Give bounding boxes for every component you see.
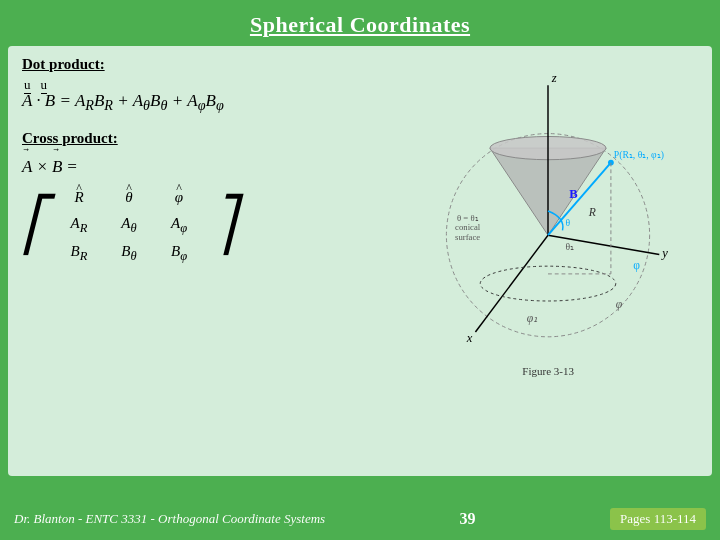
- footer-pages: Pages 113-114: [610, 508, 706, 530]
- svg-text:surface: surface: [455, 232, 480, 242]
- right-panel: z y x P(R₁, θ₁, φ₁) B R θ φ φ₁: [398, 56, 698, 468]
- u-bar-a: u: [24, 77, 31, 93]
- arrow-B: ⃗ B: [52, 157, 62, 177]
- svg-text:B: B: [569, 187, 578, 201]
- cross-product-label: Cross product:: [22, 130, 388, 147]
- svg-text:φ₁: φ₁: [527, 312, 538, 325]
- matrix-left-bracket: ⎡: [22, 199, 48, 251]
- cross-product-matrix: ⎡ R θ φ AR Aθ Aφ BR Bθ Bφ: [22, 181, 388, 269]
- svg-text:x: x: [466, 331, 473, 345]
- header: Spherical Coordinates: [0, 0, 720, 46]
- matrix-phi-hat: φ: [175, 189, 183, 206]
- svg-text:φ: φ: [633, 259, 640, 272]
- svg-text:θ: θ: [566, 217, 571, 228]
- matrix-Btheta: Bθ: [121, 243, 136, 264]
- cross-lhs-row: ⃗ A × ⃗ B =: [22, 157, 388, 177]
- cross-product-section: Cross product: ⃗ A × ⃗: [22, 130, 388, 269]
- matrix-theta-hat: θ: [125, 189, 132, 206]
- matrix-cells: R θ φ AR Aθ Aφ BR Bθ Bφ: [48, 181, 210, 269]
- footer: Dr. Blanton - ENTC 3331 - Orthogonal Coo…: [0, 498, 720, 540]
- footer-page-number: 39: [453, 510, 483, 528]
- svg-text:R: R: [588, 206, 596, 219]
- left-panel: Dot product: u u A · B = ARBR + AθBθ + A…: [22, 56, 398, 468]
- matrix-Atheta: Aθ: [121, 215, 136, 236]
- cross-product-formula-area: ⃗ A × ⃗ B = ⎡: [22, 157, 388, 269]
- svg-text:z: z: [551, 71, 557, 85]
- main-content: Dot product: u u A · B = ARBR + AθBθ + A…: [8, 46, 712, 476]
- matrix-right-bracket: ⎤: [210, 199, 236, 251]
- figure-caption: Figure 3-13: [522, 365, 574, 377]
- svg-text:conical: conical: [455, 222, 481, 232]
- svg-text:y: y: [660, 246, 668, 260]
- svg-point-15: [480, 266, 615, 301]
- dot-product-label: Dot product:: [22, 56, 388, 73]
- matrix-r-hat: R: [74, 189, 83, 206]
- footer-text: Dr. Blanton - ENTC 3331 - Orthogonal Coo…: [14, 511, 325, 527]
- spherical-diagram: z y x P(R₁, θ₁, φ₁) B R θ φ φ₁: [418, 61, 678, 361]
- u-bar-b: u: [41, 77, 48, 93]
- svg-text:θ = θ₁: θ = θ₁: [457, 213, 479, 223]
- svg-text:θ₁: θ₁: [566, 241, 575, 252]
- matrix-Bphi: Bφ: [171, 243, 187, 264]
- arrow-A: ⃗ A: [22, 157, 32, 177]
- svg-text:φ: φ: [616, 298, 623, 311]
- matrix-Aphi: Aφ: [171, 215, 187, 236]
- dot-product-formula: A · B = ARBR + AθBθ + AφBφ: [22, 91, 388, 114]
- svg-text:P(R₁, θ₁, φ₁): P(R₁, θ₁, φ₁): [614, 149, 664, 161]
- page-title: Spherical Coordinates: [250, 12, 470, 37]
- matrix-BR: BR: [71, 243, 88, 264]
- dot-product-section: Dot product: u u A · B = ARBR + AθBθ + A…: [22, 56, 388, 114]
- matrix-AR: AR: [71, 215, 88, 236]
